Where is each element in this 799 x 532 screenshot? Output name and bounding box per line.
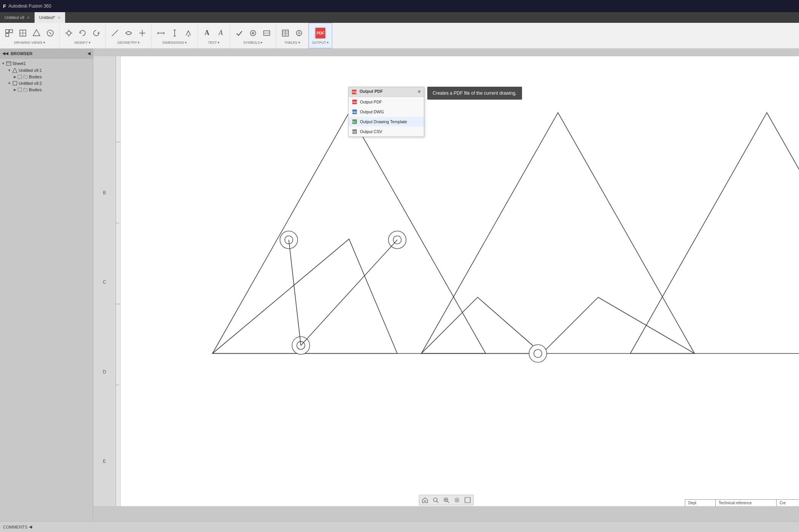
app-icon: F <box>3 3 6 9</box>
svg-rect-45 <box>18 88 22 92</box>
tab-label: Untitled v9 <box>5 15 24 20</box>
comments-section: COMMENTS ◀ <box>3 524 32 529</box>
geometry-btn-1[interactable] <box>109 27 121 39</box>
pdf-icon: PDF <box>352 99 358 105</box>
text-btn-1[interactable]: A <box>201 27 213 39</box>
svg-line-68 <box>447 501 449 503</box>
tab-label-active: Untitled* <box>39 15 55 20</box>
modify-btn-1[interactable] <box>63 27 75 39</box>
svg-line-66 <box>437 501 438 503</box>
toolbar-group-modify: MODIFY ▾ <box>60 23 106 48</box>
symbols-btn-2[interactable] <box>247 27 259 39</box>
title-bar: F Autodesk Fusion 360 <box>0 0 799 12</box>
svg-text:CSV: CSV <box>352 131 357 133</box>
modify-label: MODIFY ▾ <box>75 41 91 44</box>
tree-item-bodies-2[interactable]: ▶ Bodies <box>12 87 93 93</box>
toolbar-group-geometry: GEOMETRY ▾ <box>106 23 152 48</box>
dimensions-btn-3[interactable]: ∢ <box>182 27 194 39</box>
drawing-views-btn-1[interactable] <box>3 27 15 39</box>
bodies-1-label: Bodies <box>29 75 42 79</box>
output-pdf-btn[interactable]: PDF <box>314 27 326 39</box>
svg-rect-38 <box>6 62 11 65</box>
svg-rect-0 <box>6 30 9 33</box>
svg-point-71 <box>456 499 458 501</box>
tab-bar: Untitled v9 ✕ Untitled* ✕ <box>0 12 799 23</box>
drawing-views-btn-2[interactable] <box>17 27 29 39</box>
dimensions-btn-1[interactable] <box>155 27 167 39</box>
dropdown-output-pdf[interactable]: PDF Output PDF <box>349 97 424 107</box>
ruler-d: D <box>103 369 106 375</box>
untitled-v9-2-label: Untitled v9:2 <box>19 81 42 86</box>
svg-marker-40 <box>13 68 17 73</box>
dropdown-output-dwg[interactable]: DWG Output DWG <box>349 107 424 117</box>
display-btn[interactable] <box>463 496 473 504</box>
tab-untitled-active[interactable]: Untitled* ✕ <box>35 12 65 23</box>
view-home-btn[interactable] <box>420 496 430 504</box>
toolbar-group-tables: TABLES ▾ <box>276 23 309 48</box>
sidebar: ◀◀ BROWSER ◀ ▼ Sheet1 ▼ Untitled v9:1 ▶ <box>0 49 93 521</box>
drawing-views-btn-3[interactable] <box>30 27 43 39</box>
svg-point-9 <box>67 31 71 35</box>
drawing-views-btn-4[interactable] <box>44 27 56 39</box>
svg-text:DWG: DWG <box>352 111 357 113</box>
csv-label: Output CSV <box>360 129 382 134</box>
svg-marker-59 <box>421 297 542 354</box>
browser-header: ◀◀ BROWSER ◀ <box>0 49 93 59</box>
zoom-in-btn[interactable] <box>441 496 451 504</box>
browser-title: BROWSER <box>11 51 32 56</box>
bodies-2-label: Bodies <box>29 87 42 92</box>
text-label: TEXT ▾ <box>208 41 220 44</box>
svg-rect-1 <box>10 30 13 33</box>
svg-rect-72 <box>465 497 470 503</box>
comments-label: COMMENTS <box>3 525 27 529</box>
svg-line-14 <box>112 30 118 36</box>
settings-btn[interactable] <box>452 496 462 504</box>
geometry-btn-2[interactable] <box>123 27 135 39</box>
symbols-btn-3[interactable] <box>261 27 273 39</box>
template-icon: TPL <box>352 119 358 125</box>
ruler-b: B <box>103 190 106 195</box>
svg-marker-48 <box>212 113 485 354</box>
tree-item-sheet1[interactable]: ▼ Sheet1 <box>0 60 93 67</box>
tab-close-active-icon[interactable]: ✕ <box>57 16 60 20</box>
geometry-label: GEOMETRY ▾ <box>118 41 140 44</box>
modify-btn-2[interactable] <box>76 27 89 39</box>
sheet1-label: Sheet1 <box>13 61 26 66</box>
svg-marker-62 <box>630 113 799 354</box>
template-label: Output Drawing Template <box>360 119 407 124</box>
modify-btn-3[interactable] <box>90 27 102 39</box>
title-cell-dept: Dept <box>685 500 715 506</box>
svg-rect-42 <box>24 76 27 78</box>
svg-text:∢: ∢ <box>187 34 190 37</box>
svg-line-8 <box>49 32 51 34</box>
dimensions-label: DIMENSIONS ▾ <box>162 41 187 44</box>
geometry-btn-3[interactable] <box>136 27 148 39</box>
toolbar-group-dimensions: ∢ DIMENSIONS ▾ <box>152 23 198 48</box>
status-bar: COMMENTS ◀ <box>0 521 799 532</box>
main-area: ◀◀ BROWSER ◀ ▼ Sheet1 ▼ Untitled v9:1 ▶ <box>0 49 799 521</box>
dropdown-title: PDF Output PDF <box>352 89 383 94</box>
symbols-btn-1[interactable] <box>233 27 245 39</box>
dropdown-output-csv[interactable]: CSV Output CSV <box>349 127 424 137</box>
svg-rect-44 <box>13 81 17 85</box>
toolbar-group-output[interactable]: PDF OUTPUT ▾ <box>309 23 332 48</box>
tree-item-bodies-1[interactable]: ▶ Bodies <box>12 74 93 80</box>
dropdown-output-template[interactable]: TPL Output Drawing Template <box>349 117 424 127</box>
tab-close-icon[interactable]: ✕ <box>27 16 30 20</box>
tables-btn-1[interactable] <box>279 27 291 39</box>
dropdown-close-icon[interactable]: ✕ <box>417 89 421 94</box>
comments-toggle-icon[interactable]: ◀ <box>29 524 32 529</box>
browser-tree: ▼ Sheet1 ▼ Untitled v9:1 ▶ Bodies ▼ <box>0 59 93 521</box>
svg-line-57 <box>301 240 397 346</box>
tree-item-untitled-v9-1[interactable]: ▼ Untitled v9:1 <box>6 67 93 74</box>
tree-item-untitled-v9-2[interactable]: ▼ Untitled v9:2 <box>6 80 93 87</box>
tooltip-text: Creates a PDF file of the current drawin… <box>433 91 517 96</box>
tab-untitled-v9[interactable]: Untitled v9 ✕ <box>0 12 35 23</box>
tables-btn-2[interactable] <box>293 27 305 39</box>
output-label: OUTPUT ▾ <box>312 41 329 44</box>
zoom-fit-btn[interactable] <box>431 496 441 504</box>
text-btn-2[interactable]: A <box>215 27 227 39</box>
svg-rect-2 <box>6 33 9 37</box>
dimensions-btn-2[interactable] <box>169 27 181 39</box>
svg-marker-58 <box>421 113 694 354</box>
